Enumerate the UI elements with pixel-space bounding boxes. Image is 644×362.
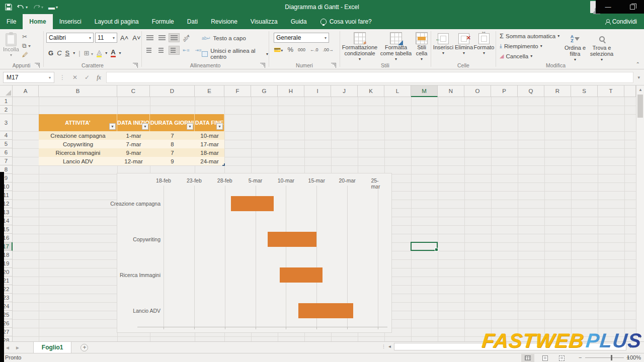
align-center-icon[interactable] xyxy=(156,46,168,55)
zoom-slider-track[interactable] xyxy=(585,357,624,358)
format-painter-icon[interactable]: 🖉 xyxy=(22,51,31,58)
column-header-K[interactable]: K xyxy=(358,85,384,97)
menu-tab-file[interactable]: File xyxy=(0,14,23,29)
filter-dropdown-icon[interactable]: ▼ xyxy=(109,123,116,130)
tell-me-search[interactable]: Cosa vuoi fare? xyxy=(320,18,372,25)
gantt-bar-ricerca-immagini[interactable] xyxy=(280,267,323,283)
align-left-icon[interactable] xyxy=(144,46,155,55)
font-color-caret[interactable]: ▾ xyxy=(119,51,121,55)
table-row[interactable]: Lancio ADV12-mar924-mar xyxy=(39,157,224,165)
increase-decimal-icon[interactable]: ←.0 xyxy=(310,47,318,52)
column-header-O[interactable]: O xyxy=(464,85,491,97)
table-cell[interactable]: Ricerca Immagini xyxy=(39,148,117,157)
column-header-A[interactable]: A xyxy=(13,85,39,97)
column-header-B[interactable]: B xyxy=(39,85,117,97)
overlay-restore-icon[interactable] xyxy=(630,5,635,10)
filter-dropdown-icon[interactable]: ▼ xyxy=(187,123,193,130)
overlay-minimize-icon[interactable]: — xyxy=(605,4,611,11)
table-cell[interactable]: 7 xyxy=(150,131,195,140)
row-header-5[interactable]: 5 xyxy=(0,140,13,148)
wrap-text-button[interactable]: ab↵ Testo a capo xyxy=(202,35,246,41)
table-cell[interactable]: 1-mar xyxy=(117,131,150,140)
underline-caret[interactable]: ▾ xyxy=(73,51,75,55)
alignment-dialog-launcher[interactable] xyxy=(260,63,265,68)
vertical-scrollbar[interactable]: ▲ ▼ xyxy=(636,85,644,341)
menu-tab-revisione[interactable]: Revisione xyxy=(204,14,244,29)
align-bottom-icon[interactable] xyxy=(169,33,180,42)
table-cell[interactable]: Copywriting xyxy=(39,140,117,148)
insert-cells-button[interactable]: Inserisci ▾ xyxy=(433,33,454,56)
gantt-bar-copywriting[interactable] xyxy=(268,232,316,247)
menu-tab-guida[interactable]: Guida xyxy=(284,14,313,29)
bold-button[interactable]: G xyxy=(48,49,53,57)
decrease-decimal-icon[interactable]: .00→ xyxy=(323,47,334,52)
column-header-Q[interactable]: Q xyxy=(518,85,544,97)
row-header-7[interactable]: 7 xyxy=(0,157,13,165)
orientation-icon[interactable]: ab▾ xyxy=(181,33,192,42)
fill-color-caret[interactable]: ▾ xyxy=(105,51,107,55)
gantt-bar-lancio-adv[interactable] xyxy=(298,303,354,318)
sheet-nav-left-icon[interactable]: ◄ xyxy=(5,345,10,350)
table-resize-handle[interactable] xyxy=(222,163,225,166)
page-layout-view-icon[interactable] xyxy=(538,354,551,362)
format-cells-button[interactable]: Formato ▾ xyxy=(474,33,494,56)
fill-button[interactable]: ⤓ Riempimento ▾ xyxy=(500,42,542,50)
menu-tab-home[interactable]: Home xyxy=(23,14,52,29)
conditional-formatting-button[interactable]: Formattazione condizionale ▾ xyxy=(342,32,378,62)
scroll-up-icon[interactable]: ▲ xyxy=(636,85,644,94)
table-cell[interactable]: 8 xyxy=(150,140,195,148)
merge-center-button[interactable]: Unisci e allinea al centro ▾ xyxy=(202,48,268,60)
menu-tab-inserisci[interactable]: Inserisci xyxy=(53,14,88,29)
formula-input[interactable] xyxy=(106,72,634,83)
column-header-T[interactable]: T xyxy=(598,85,624,97)
underline-button[interactable]: S xyxy=(65,49,70,57)
find-select-button[interactable]: Trova e seleziona ▾ xyxy=(589,33,614,63)
format-as-table-button[interactable]: Formatta come tabella ▾ xyxy=(379,32,413,62)
table-cell[interactable]: 10-mar xyxy=(195,131,224,140)
font-size-combo[interactable]: 11▾ xyxy=(95,33,117,43)
table-row[interactable]: Creazione campagna1-mar710-mar xyxy=(39,131,224,140)
align-right-icon[interactable] xyxy=(169,46,180,55)
column-header-L[interactable]: L xyxy=(384,85,411,97)
menu-tab-dati[interactable]: Dati xyxy=(181,14,204,29)
insert-function-icon[interactable]: fx xyxy=(97,74,101,81)
table-cell[interactable]: 18-mar xyxy=(195,148,224,157)
table-cell[interactable]: Lancio ADV xyxy=(39,157,117,165)
gantt-chart[interactable]: 18-feb23-feb28-feb5-mar10-mar15-mar20-ma… xyxy=(117,173,392,333)
increase-font-icon[interactable]: A˄ xyxy=(120,34,128,42)
decrease-indent-icon[interactable]: ⇤≡ xyxy=(181,46,192,55)
table-row[interactable]: Ricerca Immagini9-mar718-mar xyxy=(39,148,224,157)
zoom-slider-handle[interactable] xyxy=(611,355,612,360)
table-cell[interactable]: Creazione campagna xyxy=(39,131,117,140)
borders-icon[interactable]: ⊞ ▾ xyxy=(84,49,94,57)
table-cell[interactable]: 24-mar xyxy=(195,157,224,165)
column-header-J[interactable]: J xyxy=(331,85,358,97)
vertical-scroll-thumb[interactable] xyxy=(637,95,643,118)
table-cell[interactable]: 17-mar xyxy=(195,140,224,148)
column-header-S[interactable]: S xyxy=(571,85,598,97)
row-header-3[interactable]: 3 xyxy=(0,114,13,131)
align-top-icon[interactable] xyxy=(144,33,155,42)
table-cell[interactable]: 12-mar xyxy=(117,157,150,165)
cell-styles-button[interactable]: Stili cella ▾ xyxy=(413,32,430,62)
table-cell[interactable]: 7 xyxy=(150,148,195,157)
sheet-nav-right-icon[interactable]: ► xyxy=(15,345,20,350)
formula-bar-expand-icon[interactable]: ▾ xyxy=(637,75,640,80)
column-header-D[interactable]: D xyxy=(150,85,195,97)
sort-filter-button[interactable]: AZ Ordina e filtra ▾ xyxy=(562,33,588,63)
column-header-H[interactable]: H xyxy=(278,85,304,97)
copy-icon[interactable]: ⧉ ▾ xyxy=(22,42,31,49)
table-cell[interactable]: 9-mar xyxy=(117,148,150,157)
column-header-N[interactable]: N xyxy=(438,85,464,97)
column-header-I[interactable]: I xyxy=(304,85,331,97)
paste-button[interactable]: Incolla ▾ xyxy=(3,33,19,58)
cut-icon[interactable]: ✂ xyxy=(22,33,31,40)
row-header-4[interactable]: 4 xyxy=(0,131,13,140)
gantt-bar-creazione-campagna[interactable] xyxy=(231,196,274,211)
number-format-combo[interactable]: Generale▾ xyxy=(274,33,329,43)
column-header-M[interactable]: M xyxy=(411,85,438,97)
menu-tab-visualizza[interactable]: Visualizza xyxy=(244,14,284,29)
table-cell[interactable]: 9 xyxy=(150,157,195,165)
comma-format-icon[interactable]: 000 xyxy=(298,47,305,52)
currency-format-icon[interactable]: 💳▾ xyxy=(274,46,283,53)
